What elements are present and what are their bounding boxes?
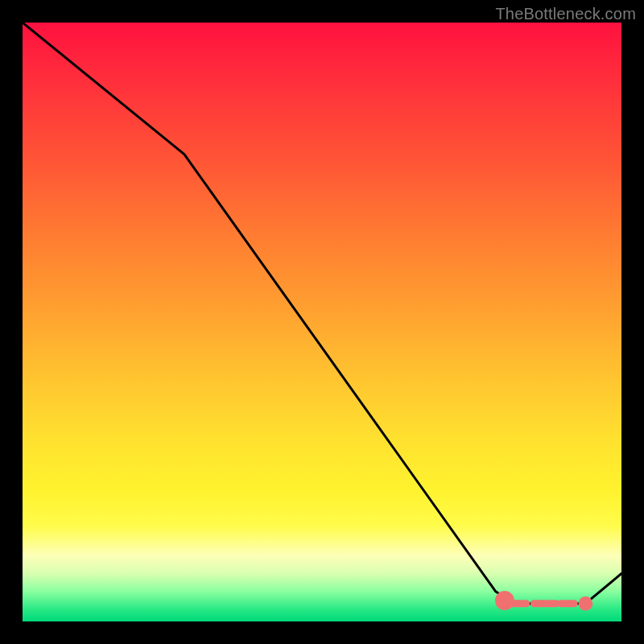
series-layer — [23, 23, 621, 604]
series-curve — [23, 23, 621, 604]
chart-overlay — [23, 23, 621, 621]
watermark: TheBottleneck.com — [495, 5, 636, 23]
marker-dot-right — [579, 597, 593, 611]
marker-layer — [495, 591, 592, 611]
